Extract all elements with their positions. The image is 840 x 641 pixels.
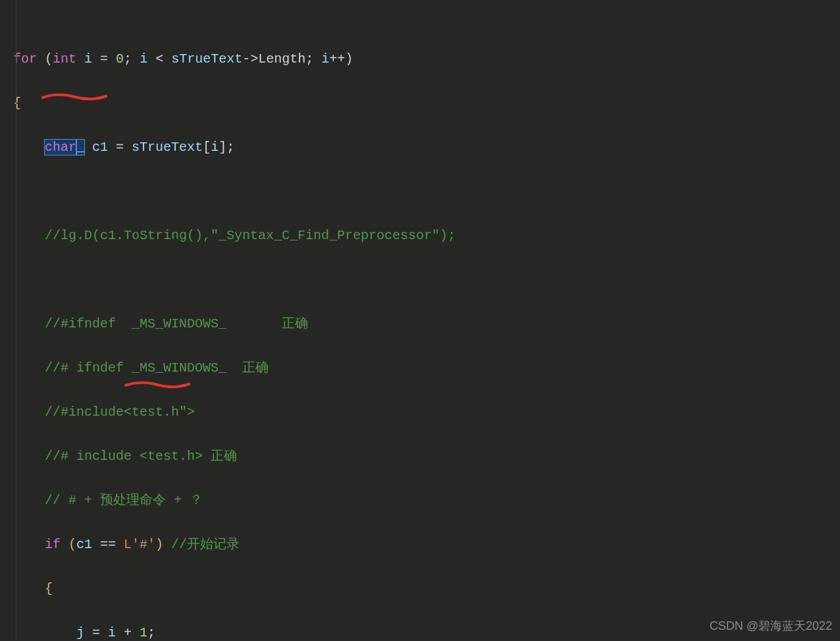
annotation-underline-2 bbox=[124, 359, 190, 363]
code-line: { bbox=[13, 578, 840, 600]
code-line bbox=[13, 269, 840, 291]
code-editor[interactable]: for (int i = 0; i < sTrueText->Length; i… bbox=[0, 0, 840, 641]
code-line: if (c1 == L'#') //开始记录 bbox=[13, 534, 840, 556]
code-line: char_ c1 = sTrueText[i]; bbox=[13, 136, 840, 159]
code-line: for (int i = 0; i < sTrueText->Length; i… bbox=[13, 48, 840, 70]
text-cursor: _ bbox=[76, 140, 84, 155]
code-line: // # + 预处理命令 + ？ bbox=[13, 489, 840, 512]
watermark: CSDN @碧海蓝天2022 bbox=[710, 615, 832, 638]
code-line bbox=[13, 181, 840, 203]
code-line: //lg.D(c1.ToString(),"_Syntax_C_Find_Pre… bbox=[13, 225, 840, 247]
code-line: //#ifndef _MS_WINDOWS_ 正确 bbox=[13, 313, 840, 335]
code-line: //# include <test.h> 正确 bbox=[13, 445, 840, 468]
annotation-underline-1 bbox=[41, 71, 107, 75]
code-line: { bbox=[13, 92, 840, 115]
highlighted-char-1: char bbox=[45, 140, 76, 155]
